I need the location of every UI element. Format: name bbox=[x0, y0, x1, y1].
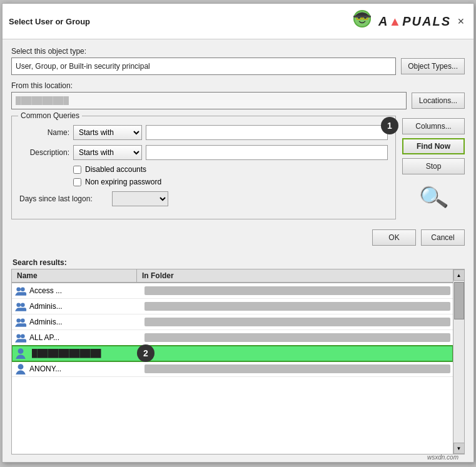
table-row[interactable]: █████████████ 2 bbox=[12, 346, 453, 361]
search-icon-area: 🔍 bbox=[402, 178, 465, 217]
days-dropdown[interactable]: 1 7 14 30 bbox=[112, 191, 168, 206]
search-keys-icon: 🔍 bbox=[417, 182, 450, 213]
group-icon bbox=[14, 300, 27, 313]
dialog-title: Select User or Group bbox=[9, 17, 90, 26]
table-row[interactable]: ANONY... bbox=[12, 361, 453, 377]
svg-rect-7 bbox=[353, 16, 371, 18]
stop-button[interactable]: Stop bbox=[402, 158, 465, 174]
results-scrollbar[interactable]: ▲ ▼ bbox=[453, 269, 464, 454]
svg-point-14 bbox=[16, 334, 21, 338]
appuals-logo: A▲PUALS bbox=[348, 8, 451, 35]
result-name: ANONY... bbox=[29, 364, 142, 373]
object-type-label: Select this object type: bbox=[11, 47, 465, 56]
svg-point-9 bbox=[21, 287, 25, 291]
results-rows[interactable]: Access ... Adminis... bbox=[12, 283, 464, 454]
svg-point-15 bbox=[21, 334, 25, 338]
name-col-header[interactable]: Name bbox=[12, 269, 137, 283]
appuals-branding: A▲PUALS ✕ bbox=[348, 8, 467, 35]
title-bar-left: Select User or Group bbox=[9, 17, 90, 26]
name-dropdown[interactable]: Starts with Is exactly bbox=[73, 125, 142, 140]
user-icon bbox=[14, 347, 27, 359]
group-icon bbox=[14, 284, 27, 297]
name-label: Name: bbox=[19, 128, 69, 137]
dialog-body: Select this object type: Object Types...… bbox=[3, 39, 473, 462]
columns-button-wrapper: 1 Columns... bbox=[402, 118, 465, 134]
mascot-icon bbox=[348, 8, 376, 35]
ok-cancel-row: OK Cancel bbox=[11, 226, 465, 249]
folder-col-header[interactable]: In Folder bbox=[137, 269, 464, 283]
scroll-thumb[interactable] bbox=[454, 282, 464, 319]
locations-button[interactable]: Locations... bbox=[412, 93, 465, 109]
description-input[interactable] bbox=[146, 145, 388, 160]
svg-point-11 bbox=[21, 303, 25, 307]
table-row[interactable]: Access ... bbox=[12, 283, 453, 299]
result-name: Adminis... bbox=[29, 302, 142, 311]
name-dropdown-wrapper: Starts with Is exactly bbox=[73, 125, 142, 140]
disabled-accounts-row: Disabled accounts bbox=[73, 165, 388, 174]
non-expiring-checkbox[interactable] bbox=[73, 178, 81, 186]
days-dropdown-wrapper: 1 7 14 30 bbox=[112, 191, 168, 206]
common-queries-box: Common Queries Name: Starts with Is exac… bbox=[11, 116, 396, 219]
svg-point-16 bbox=[18, 348, 24, 354]
non-expiring-label[interactable]: Non expiring password bbox=[85, 178, 161, 186]
scroll-up-button[interactable]: ▲ bbox=[453, 269, 465, 281]
location-row: Locations... bbox=[11, 92, 465, 109]
table-row[interactable]: Adminis... bbox=[12, 299, 453, 314]
svg-point-10 bbox=[16, 303, 21, 307]
table-row[interactable]: ALL AP... bbox=[12, 330, 453, 346]
buttons-section: 1 Columns... Find Now Stop 🔍 bbox=[402, 118, 465, 217]
result-folder bbox=[144, 364, 450, 373]
location-label: From this location: bbox=[11, 81, 465, 90]
columns-button[interactable]: Columns... bbox=[402, 118, 465, 134]
description-label: Description: bbox=[19, 148, 69, 157]
name-row: Name: Starts with Is exactly bbox=[19, 125, 388, 140]
object-type-section: Select this object type: Object Types... bbox=[11, 47, 465, 75]
name-input[interactable] bbox=[146, 125, 388, 140]
ok-button[interactable]: OK bbox=[372, 229, 416, 246]
object-type-row: Object Types... bbox=[11, 58, 465, 75]
search-results-section: Search results: Name In Folder bbox=[11, 256, 465, 454]
results-header: Name In Folder bbox=[12, 269, 464, 283]
scroll-down-button[interactable]: ▼ bbox=[453, 443, 465, 454]
non-expiring-row: Non expiring password bbox=[73, 178, 388, 186]
result-folder bbox=[144, 302, 450, 311]
disabled-accounts-label[interactable]: Disabled accounts bbox=[85, 165, 146, 174]
svg-point-13 bbox=[21, 318, 25, 323]
step-1-badge: 1 bbox=[381, 117, 398, 134]
appuals-text: A▲PUALS bbox=[378, 14, 451, 29]
dialog-window: Select User or Group bbox=[2, 3, 474, 463]
common-queries-title: Common Queries bbox=[18, 111, 82, 120]
days-since-row: Days since last logon: 1 7 14 30 bbox=[19, 191, 388, 206]
object-type-input[interactable] bbox=[11, 58, 396, 75]
find-now-button[interactable]: Find Now bbox=[402, 138, 465, 154]
description-dropdown[interactable]: Starts with Is exactly bbox=[73, 145, 142, 160]
result-folder bbox=[144, 286, 450, 295]
svg-point-12 bbox=[16, 318, 21, 323]
days-since-label: Days since last logon: bbox=[19, 194, 107, 203]
queries-and-buttons-section: Common Queries Name: Starts with Is exac… bbox=[11, 116, 465, 219]
watermark: wsxdn.com bbox=[427, 454, 458, 461]
result-name: █████████████ bbox=[29, 348, 117, 358]
group-icon bbox=[14, 331, 27, 344]
description-dropdown-wrapper: Starts with Is exactly bbox=[73, 145, 142, 160]
description-row: Description: Starts with Is exactly bbox=[19, 145, 388, 160]
location-input[interactable] bbox=[11, 92, 407, 109]
close-button[interactable]: ✕ bbox=[455, 15, 467, 28]
cancel-button[interactable]: Cancel bbox=[421, 229, 465, 246]
title-bar: Select User or Group bbox=[3, 4, 473, 39]
result-folder bbox=[144, 318, 450, 326]
result-name: ALL AP... bbox=[29, 333, 142, 342]
step-2-badge: 2 bbox=[137, 344, 154, 362]
user-icon bbox=[14, 363, 27, 375]
location-section: From this location: Locations... bbox=[11, 81, 465, 109]
disabled-accounts-checkbox[interactable] bbox=[73, 166, 81, 174]
result-name: Access ... bbox=[29, 286, 142, 295]
group-icon bbox=[14, 316, 27, 328]
object-types-button[interactable]: Object Types... bbox=[401, 58, 465, 74]
result-name: Adminis... bbox=[29, 318, 142, 326]
results-container: Name In Folder Access ... bbox=[11, 269, 465, 454]
result-folder bbox=[144, 333, 450, 342]
table-row[interactable]: Adminis... bbox=[12, 314, 453, 330]
search-results-label: Search results: bbox=[11, 256, 465, 269]
svg-point-8 bbox=[16, 287, 21, 291]
